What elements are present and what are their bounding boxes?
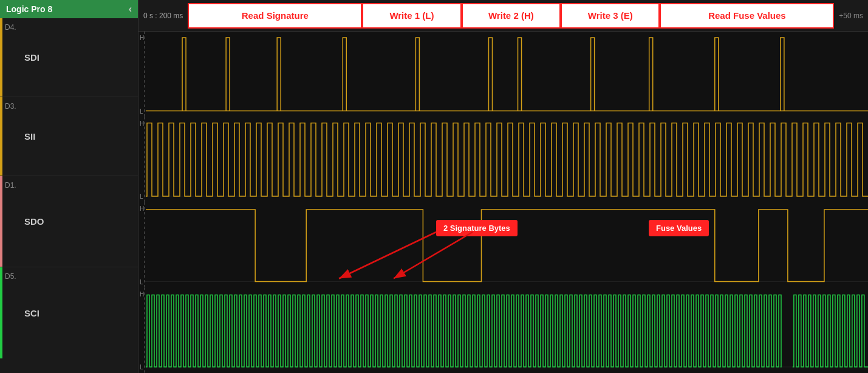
channel-sdo: D1. SDO — [0, 176, 138, 267]
seg-write3: Write 3 (E) — [561, 3, 660, 29]
time-end-label: +50 ms — [834, 0, 868, 31]
sdo-color-bar — [0, 176, 2, 267]
sdo-name: SDO — [24, 216, 44, 227]
app-title: Logic Pro 8 — [6, 4, 52, 14]
main-area: 0 s : 200 ms Read Signature Write 1 (L) … — [138, 0, 868, 373]
sci-name: SCI — [24, 308, 39, 318]
sdi-name: SDI — [24, 52, 39, 63]
sdi-color-bar — [0, 18, 2, 97]
seg-write1: Write 1 (L) — [362, 3, 461, 29]
segment-labels: Read Signature Write 1 (L) Write 2 (H) W… — [188, 0, 834, 31]
sdi-number: D4. — [5, 23, 16, 32]
seg-read-signature: Read Signature — [188, 3, 362, 29]
seg-write2: Write 2 (H) — [462, 3, 561, 29]
sdo-number: D1. — [5, 181, 16, 190]
channel-sci: D5. SCI — [0, 267, 138, 358]
sii-number: D3. — [5, 102, 16, 111]
collapse-button[interactable]: ‹ — [129, 4, 132, 15]
waveform-area: 2 Signature Bytes Fuse Values — [138, 32, 868, 373]
sii-name: SII — [24, 131, 35, 142]
sci-color-bar — [0, 267, 2, 358]
channel-sdi: D4. SDI — [0, 18, 138, 97]
sidebar: Logic Pro 8 ‹ D4. SDI D3. SII D1. SDO D5… — [0, 0, 138, 373]
sii-color-bar — [0, 97, 2, 176]
waveform-canvas — [138, 32, 868, 373]
app-header: Logic Pro 8 ‹ — [0, 0, 138, 18]
time-start-label: 0 s : 200 ms — [138, 0, 188, 31]
seg-read-fuse: Read Fuse Values — [660, 3, 834, 29]
sci-number: D5. — [5, 272, 16, 281]
channel-sii: D3. SII — [0, 97, 138, 176]
top-bar: 0 s : 200 ms Read Signature Write 1 (L) … — [138, 0, 868, 32]
